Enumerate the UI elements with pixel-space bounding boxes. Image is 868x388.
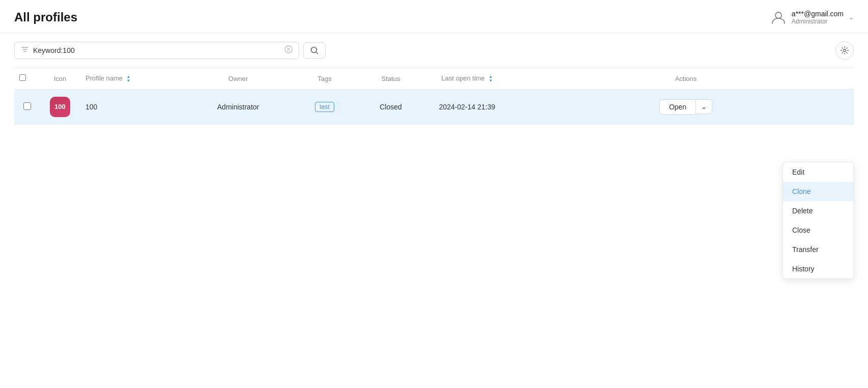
filter-icon <box>21 45 29 56</box>
profile-icon-badge: 100 <box>50 97 70 117</box>
toolbar: Keyword:100 <box>0 33 868 68</box>
menu-item-transfer[interactable]: Transfer <box>783 240 853 259</box>
row-tags-cell: test <box>284 89 365 124</box>
col-header-profile-name[interactable]: Profile name ▲ ▼ <box>80 68 192 90</box>
chevron-down-icon: ⌄ <box>849 14 854 21</box>
page-container: All profiles a***@gmail.com Administrato… <box>0 0 868 388</box>
settings-button[interactable] <box>835 41 854 60</box>
search-area: Keyword:100 <box>14 42 326 59</box>
col-header-tags: Tags <box>284 68 365 90</box>
menu-item-edit[interactable]: Edit <box>783 162 853 182</box>
dropdown-arrow-icon: ⌄ <box>701 103 707 110</box>
col-header-last-open-time[interactable]: Last open time ▲ ▼ <box>416 68 518 90</box>
search-icon <box>310 46 319 55</box>
col-header-actions: Actions <box>518 68 854 90</box>
svg-point-2 <box>311 47 317 53</box>
last-open-time-text: 2024-02-14 21:39 <box>439 103 496 111</box>
user-role: Administrator <box>792 18 828 25</box>
user-avatar-icon <box>770 9 787 25</box>
svg-point-3 <box>844 49 846 52</box>
profiles-table: Icon Profile name ▲ ▼ Owner Tags <box>14 68 854 125</box>
status-text: Closed <box>380 103 402 111</box>
sort-lastopen-icon[interactable]: ▲ ▼ <box>488 75 493 83</box>
sort-profile-icon[interactable]: ▲ ▼ <box>127 75 131 83</box>
row-last-open-cell: 2024-02-14 21:39 <box>416 89 518 124</box>
table-row: 100 100 Administrator test Closed <box>14 89 854 124</box>
search-input-text: Keyword:100 <box>33 46 280 54</box>
svg-point-0 <box>775 12 782 18</box>
row-profile-name-cell: 100 <box>80 89 192 124</box>
open-dropdown-button[interactable]: ⌄ <box>696 99 712 114</box>
actions-dropdown-menu: Edit Clone Delete Close Transfer History <box>783 162 854 279</box>
row-status-cell: Closed <box>365 89 416 124</box>
profile-name-text: 100 <box>85 103 97 111</box>
menu-item-clone[interactable]: Clone <box>783 182 853 201</box>
col-header-checkbox <box>14 68 40 90</box>
open-button[interactable]: Open <box>659 99 696 115</box>
gear-icon <box>840 46 849 55</box>
col-header-owner: Owner <box>192 68 284 90</box>
row-owner-cell: Administrator <box>192 89 284 124</box>
col-header-icon: Icon <box>40 68 80 90</box>
row-checkbox-cell <box>14 89 40 124</box>
user-details: a***@gmail.com Administrator <box>792 10 844 25</box>
open-btn-group: Open ⌄ <box>659 99 712 115</box>
owner-text: Administrator <box>217 103 259 111</box>
page-title: All profiles <box>14 10 77 24</box>
col-header-status: Status <box>365 68 416 90</box>
table-header-row: Icon Profile name ▲ ▼ Owner Tags <box>14 68 854 90</box>
row-icon-cell: 100 <box>40 89 80 124</box>
row-checkbox[interactable] <box>23 102 31 110</box>
table-container: Icon Profile name ▲ ▼ Owner Tags <box>0 68 868 125</box>
menu-item-history[interactable]: History <box>783 259 853 279</box>
row-actions-cell: Open ⌄ <box>518 89 854 124</box>
select-all-checkbox[interactable] <box>19 74 26 81</box>
header: All profiles a***@gmail.com Administrato… <box>0 0 868 33</box>
clear-icon[interactable] <box>284 45 293 56</box>
user-email: a***@gmail.com <box>792 10 844 18</box>
user-menu[interactable]: a***@gmail.com Administrator ⌄ <box>770 9 854 25</box>
search-box[interactable]: Keyword:100 <box>14 42 299 59</box>
search-button[interactable] <box>303 42 326 59</box>
menu-item-close[interactable]: Close <box>783 220 853 240</box>
menu-item-delete[interactable]: Delete <box>783 201 853 220</box>
tag-badge[interactable]: test <box>315 102 334 112</box>
